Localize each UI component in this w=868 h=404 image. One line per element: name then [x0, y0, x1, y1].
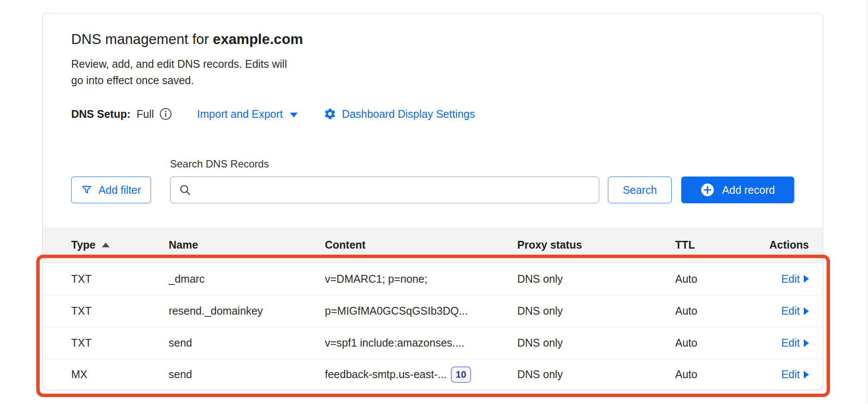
- page-subtitle: Review, add, and edit DNS records. Edits…: [71, 56, 794, 88]
- page-title-prefix: DNS management for: [71, 31, 213, 47]
- edit-button[interactable]: Edit: [781, 305, 809, 317]
- cell-name: _dmarc: [169, 273, 325, 285]
- import-export-link[interactable]: Import and Export: [197, 108, 298, 120]
- chevron-right-icon: [804, 307, 809, 315]
- cell-content: p=MIGfMA0GCSqGSIb3DQ...: [325, 305, 517, 317]
- column-header-content[interactable]: Content: [325, 239, 517, 251]
- table-header: Type Name Content Proxy status TTL Actio…: [43, 227, 823, 263]
- column-header-actions: Actions: [760, 239, 809, 251]
- cell-name: send: [169, 337, 325, 349]
- chevron-right-icon: [804, 339, 809, 347]
- column-header-name[interactable]: Name: [169, 239, 325, 251]
- edit-label: Edit: [781, 368, 800, 381]
- cell-ttl: Auto: [675, 273, 760, 285]
- cell-type: MX: [71, 368, 169, 381]
- sort-ascending-icon: [102, 243, 110, 247]
- cell-type: TXT: [71, 273, 169, 285]
- search-input[interactable]: [170, 177, 599, 203]
- table-row-spf: TXT send v=spf1 include:amazonses.... DN…: [43, 327, 823, 359]
- chevron-right-icon: [804, 275, 809, 283]
- table-row-mx: MX send feedback-smtp.us-east-... 10 DNS…: [43, 359, 823, 390]
- cell-type: TXT: [71, 337, 169, 349]
- edit-button[interactable]: Edit: [781, 273, 809, 285]
- dns-setup-value: Full: [137, 108, 154, 120]
- cell-proxy-status: DNS only: [517, 273, 675, 285]
- cell-ttl: Auto: [675, 337, 760, 349]
- table-row-domainkey: TXT resend._domainkey p=MIGfMA0GCSqGSIb3…: [43, 295, 823, 327]
- column-header-ttl[interactable]: TTL: [675, 239, 760, 251]
- page-title: DNS management for example.com: [71, 30, 794, 49]
- plus-circle-icon: [701, 183, 714, 197]
- add-filter-button[interactable]: Add filter: [71, 177, 151, 203]
- cell-proxy-status: DNS only: [517, 337, 675, 349]
- search-section: Search DNS Records Add filter: [71, 158, 794, 203]
- cell-content: feedback-smtp.us-east-... 10: [325, 366, 517, 383]
- cell-content: v=spf1 include:amazonses....: [325, 337, 517, 349]
- edit-label: Edit: [781, 337, 800, 349]
- cell-content-text: feedback-smtp.us-east-...: [325, 368, 447, 381]
- add-record-button[interactable]: Add record: [681, 177, 794, 203]
- chevron-right-icon: [804, 371, 809, 379]
- subtitle-line: go into effect once saved.: [71, 72, 794, 88]
- window-edge-divider: [867, 0, 867, 404]
- priority-badge: 10: [451, 366, 471, 383]
- page-title-domain: example.com: [213, 31, 303, 47]
- dashboard-display-settings-link[interactable]: Dashboard Display Settings: [324, 107, 475, 120]
- page: DNS management for example.com Review, a…: [0, 0, 868, 404]
- cell-ttl: Auto: [675, 305, 760, 317]
- dns-management-card: DNS management for example.com Review, a…: [42, 13, 823, 390]
- edit-button[interactable]: Edit: [781, 337, 809, 349]
- search-input-wrapper: [170, 177, 599, 203]
- dns-setup-row: DNS Setup: Full Import and Export Dashbo…: [71, 107, 794, 121]
- add-record-label: Add record: [722, 184, 775, 196]
- cell-proxy-status: DNS only: [517, 305, 675, 317]
- chevron-down-icon: [290, 113, 298, 117]
- dashboard-display-settings-label: Dashboard Display Settings: [342, 108, 475, 120]
- toolbar: Add filter Search Add record: [71, 177, 794, 203]
- cell-name: send: [169, 368, 325, 381]
- cell-name: resend._domainkey: [169, 305, 325, 317]
- search-label: Search DNS Records: [170, 158, 794, 170]
- search-button[interactable]: Search: [608, 177, 672, 203]
- cell-type: TXT: [71, 305, 169, 317]
- dns-setup-label: DNS Setup:: [71, 108, 131, 120]
- dns-records-table: Type Name Content Proxy status TTL Actio…: [43, 227, 823, 390]
- column-header-type[interactable]: Type: [71, 239, 169, 251]
- cell-content: v=DMARC1; p=none;: [325, 273, 517, 285]
- column-header-type-label: Type: [71, 239, 96, 251]
- gear-icon: [324, 107, 337, 120]
- table-row-dmarc: TXT _dmarc v=DMARC1; p=none; DNS only Au…: [43, 263, 823, 295]
- import-export-label: Import and Export: [197, 108, 283, 120]
- add-filter-label: Add filter: [98, 184, 141, 196]
- edit-label: Edit: [781, 273, 800, 285]
- cell-ttl: Auto: [675, 368, 760, 381]
- subtitle-line: Review, add, and edit DNS records. Edits…: [71, 56, 794, 72]
- funnel-icon: [81, 184, 92, 196]
- column-header-proxy-status[interactable]: Proxy status: [517, 239, 675, 251]
- cell-proxy-status: DNS only: [517, 368, 675, 381]
- info-circle-icon[interactable]: [159, 107, 172, 120]
- edit-label: Edit: [781, 305, 800, 317]
- edit-button[interactable]: Edit: [781, 368, 809, 381]
